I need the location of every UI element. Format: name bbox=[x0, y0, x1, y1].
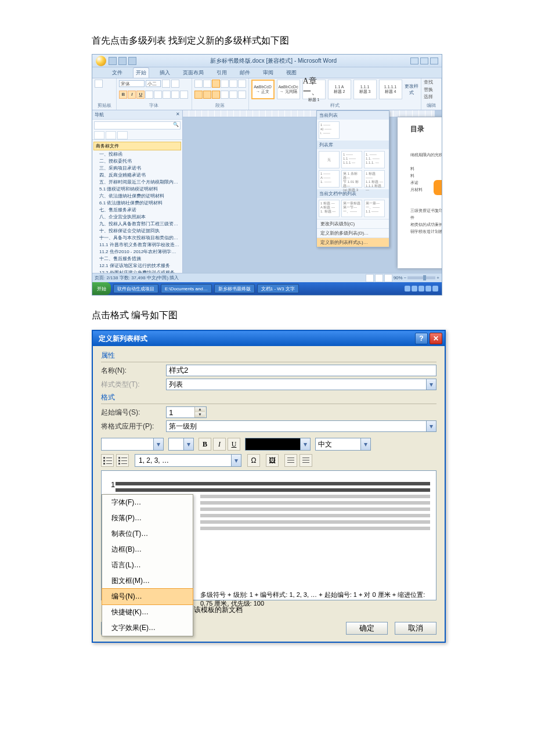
nav-item[interactable]: 12.2 外围村庄建立免费培训点或服务 bbox=[92, 269, 182, 273]
menu-texteffects[interactable]: 文字效果(E)… bbox=[102, 620, 193, 636]
dialog-help-icon[interactable]: ? bbox=[415, 333, 428, 344]
font-size-combo[interactable]: ▾ bbox=[168, 438, 194, 451]
nav-close-icon[interactable]: ✕ bbox=[176, 111, 180, 118]
underline-button[interactable]: U bbox=[136, 91, 145, 99]
italic-button[interactable]: I bbox=[128, 91, 136, 99]
menu-paragraph[interactable]: 段落(P)… bbox=[102, 510, 193, 526]
multilevel-list-button[interactable] bbox=[212, 80, 220, 88]
shading-button[interactable] bbox=[238, 91, 246, 99]
style-h4[interactable]: 1.1.1.1标题 4 bbox=[379, 80, 402, 99]
nav-item[interactable]: 十二、售后服务措施 bbox=[92, 255, 182, 262]
nav-item[interactable]: 12.1 保证该地区常运行的技术服务 bbox=[92, 262, 182, 269]
office-orb-icon[interactable] bbox=[96, 56, 106, 66]
tab-references[interactable]: 引用 bbox=[214, 68, 229, 78]
chevron-down-icon[interactable]: ▾ bbox=[301, 438, 311, 451]
menu-shortcut[interactable]: 快捷键(K)… bbox=[102, 604, 193, 620]
qat-save-icon[interactable] bbox=[109, 57, 117, 65]
nav-tab-results[interactable] bbox=[117, 131, 128, 139]
spin-down-icon[interactable]: ▼ bbox=[194, 412, 205, 417]
start-button[interactable]: 开始 bbox=[92, 282, 111, 295]
nav-item[interactable]: 五、开标时间最近三个月纳税期限内的纳… bbox=[92, 179, 182, 186]
tab-insert[interactable]: 插入 bbox=[157, 68, 172, 78]
nav-item[interactable]: 七、售后服务承诺 bbox=[92, 207, 182, 214]
strike-button[interactable] bbox=[145, 91, 153, 99]
zoom-slider[interactable] bbox=[407, 276, 435, 279]
start-input[interactable] bbox=[167, 407, 194, 417]
define-new-list-style[interactable]: 定义新的列表样式(L)… bbox=[317, 237, 389, 247]
zoom-out-icon[interactable]: − bbox=[404, 275, 407, 280]
nav-item[interactable]: 一、投标函 bbox=[92, 151, 182, 158]
spin-up-icon[interactable]: ▲ bbox=[194, 407, 205, 412]
menu-numbering[interactable]: 编号(N)… bbox=[102, 588, 193, 605]
nav-item[interactable]: 6.1 依法缴纳社保费的证明材料 bbox=[92, 200, 182, 207]
menu-frame[interactable]: 图文框(M)… bbox=[102, 573, 193, 589]
paste-icon[interactable] bbox=[95, 80, 103, 88]
nav-item[interactable]: 九、投标人具备教育部门工程三级资质证书复… bbox=[92, 221, 182, 228]
number-format-combo[interactable]: 1, 2, 3, …▾ bbox=[135, 454, 241, 467]
menu-border[interactable]: 边框(B)… bbox=[102, 542, 193, 557]
list-thumb[interactable]: 1 ——a) ——i. —— bbox=[319, 121, 340, 139]
grow-font-icon[interactable] bbox=[162, 80, 170, 88]
symbol-button[interactable]: Ω bbox=[247, 454, 260, 467]
styles-gallery[interactable]: AaBbCcD→ 正文 AaBbCcDc→ 无间隔 A章 一、标题 1 1.1 … bbox=[251, 80, 418, 99]
highlight-button[interactable] bbox=[171, 91, 179, 99]
list-thumb[interactable]: 第 1 条标题—节 1.01 标题—(a) 标题 3— bbox=[341, 170, 362, 188]
ok-button[interactable]: 确定 bbox=[346, 622, 388, 635]
system-tray[interactable] bbox=[401, 286, 442, 291]
dialog-close-icon[interactable]: ✕ bbox=[430, 333, 442, 344]
bullets-button[interactable] bbox=[194, 80, 203, 88]
cancel-button[interactable]: 取消 bbox=[395, 622, 436, 635]
select-button[interactable]: 选择 bbox=[424, 94, 433, 99]
tab-file[interactable]: 文件 bbox=[110, 68, 125, 78]
style-nospacing[interactable]: AaBbCcDc→ 无间隔 bbox=[277, 80, 300, 99]
picture-button[interactable]: 🖼 bbox=[266, 454, 279, 467]
font-color-combo[interactable]: ▾ bbox=[245, 438, 311, 451]
start-spinner[interactable]: ▲▼ bbox=[166, 406, 207, 418]
numbering-button[interactable] bbox=[203, 80, 211, 88]
change-styles-button[interactable]: 更改样式 bbox=[405, 83, 418, 96]
menu-tabs[interactable]: 制表位(T)… bbox=[102, 526, 193, 542]
tab-review[interactable]: 审阅 bbox=[261, 68, 276, 78]
nav-item[interactable]: 商务标文件 bbox=[93, 142, 181, 150]
tab-pagelayout[interactable]: 页面布局 bbox=[181, 68, 206, 78]
help-tab-icon[interactable] bbox=[434, 180, 442, 195]
font-name-combo[interactable]: 宋体 bbox=[119, 80, 145, 87]
bold-button[interactable]: B bbox=[199, 438, 211, 451]
tab-mailings[interactable]: 邮件 bbox=[237, 68, 252, 78]
increase-indent-button[interactable] bbox=[300, 454, 312, 467]
nav-item[interactable]: 二、授权委托书 bbox=[92, 158, 182, 165]
zoom-value[interactable]: 90% bbox=[394, 275, 403, 280]
view-web-icon[interactable] bbox=[384, 274, 392, 282]
numbered-list-icon[interactable] bbox=[101, 454, 114, 467]
nav-item[interactable]: 11.2 焦作2010 - 2012年农村薄弱学校改… bbox=[92, 249, 182, 255]
list-thumb[interactable]: 1 ——1.1 ——1.1.1 — bbox=[341, 151, 362, 168]
horizontal-ruler[interactable] bbox=[183, 110, 435, 117]
apply-combo[interactable]: 第一级别▾ bbox=[166, 420, 436, 432]
nav-item[interactable]: 11.1 许昌市初义务教育薄弱学校改造计划… bbox=[92, 242, 182, 249]
bold-button[interactable]: B bbox=[119, 91, 127, 99]
taskbar-item[interactable]: 文档1 - W3 文字 bbox=[257, 284, 299, 293]
align-right-button[interactable] bbox=[212, 91, 220, 99]
font-size-combo[interactable]: 小二 bbox=[146, 80, 161, 87]
view-print-icon[interactable] bbox=[366, 274, 374, 282]
list-thumb[interactable]: 第一章标题第一节—一、—— bbox=[341, 200, 362, 217]
define-new-multilevel[interactable]: 定义新的多级列表(D)… bbox=[317, 228, 389, 237]
superscript-button[interactable] bbox=[163, 91, 171, 99]
name-input[interactable] bbox=[166, 365, 436, 376]
replace-button[interactable]: 替换 bbox=[424, 87, 433, 92]
nav-outline[interactable]: 商务标文件 一、投标函 二、授权委托书 三、采购项目承诺书 四、反商业贿赂承诺书… bbox=[92, 140, 182, 273]
nav-item[interactable]: 5.1 缴税证明和纳税证明材料 bbox=[92, 186, 182, 193]
view-read-icon[interactable] bbox=[375, 274, 383, 282]
close-icon[interactable] bbox=[430, 57, 438, 64]
menu-font[interactable]: 字体(F)… bbox=[102, 495, 193, 510]
list-thumb-none[interactable]: 无 bbox=[319, 151, 340, 168]
nav-item[interactable]: 四、反商业贿赂承诺书 bbox=[92, 172, 182, 179]
maximize-icon[interactable] bbox=[420, 57, 428, 64]
style-h3[interactable]: 1.1.1标题 3 bbox=[353, 80, 377, 99]
nav-item[interactable]: 三、采购项目承诺书 bbox=[92, 165, 182, 172]
line-spacing-button[interactable] bbox=[229, 91, 237, 99]
nav-item[interactable]: 八、企业营业执照副本 bbox=[92, 214, 182, 221]
language-combo[interactable]: 中文▾ bbox=[315, 438, 371, 451]
style-h2[interactable]: 1.1 A标题 2 bbox=[328, 80, 351, 99]
align-left-button[interactable] bbox=[194, 91, 203, 99]
